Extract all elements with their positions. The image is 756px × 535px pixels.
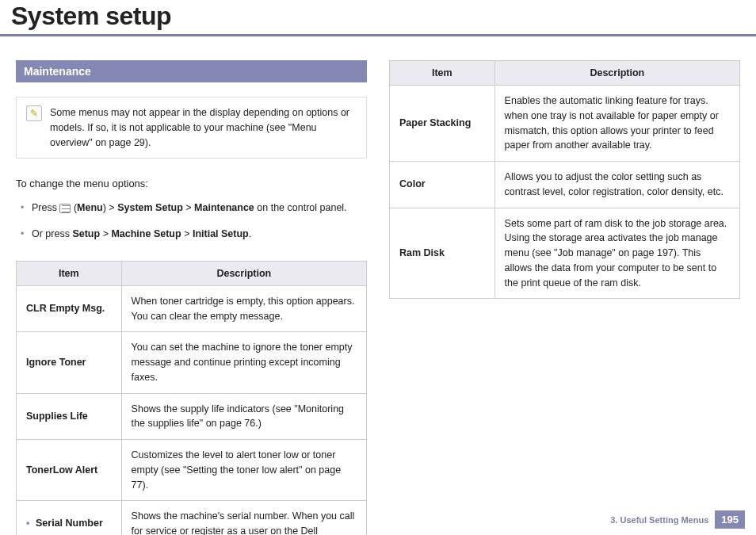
breadcrumb-initial-setup: Initial Setup [193,228,249,239]
table-row: Paper Stacking Enables the automatic lin… [390,86,740,162]
table-row: CLR Empty Msg. When toner cartridge is e… [17,285,367,332]
left-table: Item Description CLR Empty Msg. When ton… [16,261,367,535]
item-cell: TonerLow Alert [17,440,122,501]
text: Press [32,202,59,213]
table-header-description: Description [494,61,739,86]
table-row: Supplies Life Shows the supply life indi… [17,393,367,440]
page-header: System setup [0,0,756,36]
breadcrumb-setup: Setup [72,228,100,239]
table-row: Color Allows you to adjust the color set… [390,162,740,208]
item-cell: CLR Empty Msg. [17,285,122,332]
table-header-item: Item [17,261,122,285]
separator: > [184,228,189,239]
item-cell: Ram Disk [390,208,495,299]
table-header-item: Item [390,61,495,86]
note-box: ✎ Some menus may not appear in the displ… [16,97,367,159]
breadcrumb-system-setup: System Setup [117,202,183,213]
breadcrumb-machine-setup: Machine Setup [111,228,181,239]
item-cell: Ignore Toner [17,332,122,393]
intro-text: To change the menu options: [16,178,367,189]
text: on the control panel. [257,202,346,213]
menu-label: Menu [77,202,103,213]
menu-icon [59,204,71,213]
note-text: Some menus may not appear in the display… [50,105,357,150]
desc-cell: Allows you to adjust the color setting s… [494,162,739,208]
page-title: System setup [11,2,745,31]
table-row: TonerLow Alert Customizes the level to a… [17,440,367,501]
desc-cell: When toner cartridge is empty, this opti… [121,285,366,332]
text: . [249,228,251,239]
desc-cell: Sets some part of ram disk to the job st… [494,208,739,299]
instruction-item-1: Press (Menu) > System Setup > Maintenanc… [21,201,367,216]
table-row: Serial Number Serial No. Shows the machi… [17,501,367,535]
desc-cell: Shows the supply life indicators (see "M… [121,393,366,440]
instruction-item-2: Or press Setup > Machine Setup > Initial… [21,227,367,242]
breadcrumb-maintenance: Maintenance [194,202,254,213]
footer-chapter: 3. Useful Setting Menus [610,515,708,525]
separator: > [185,202,191,213]
item-cell: Paper Stacking [390,86,495,162]
separator: > [109,202,114,213]
page-footer: 3. Useful Setting Menus 195 [610,510,745,529]
section-heading-maintenance: Maintenance [16,60,367,82]
footer-page-number: 195 [715,510,745,529]
item-serial-no: Serial No. [26,532,112,535]
note-icon: ✎ [26,105,42,121]
item-serial-number: Serial Number [26,516,112,531]
table-row: Ram Disk Sets some part of ram disk to t… [390,208,740,299]
item-cell: Supplies Life [17,393,122,440]
separator: > [103,228,109,239]
text: Or press [32,228,72,239]
right-column: Item Description Paper Stacking Enables … [389,60,740,535]
left-column: Maintenance ✎ Some menus may not appear … [16,60,367,535]
item-cell: Serial Number Serial No. [17,501,122,535]
table-header-description: Description [121,261,366,285]
desc-cell: Customizes the level to alert toner low … [121,440,366,501]
right-table: Item Description Paper Stacking Enables … [389,60,740,299]
desc-cell: Shows the machine's serial number. When … [121,501,366,535]
content-columns: Maintenance ✎ Some menus may not appear … [0,36,756,535]
desc-cell: You can set the machine to ignore the to… [121,332,366,393]
item-cell: Color [390,162,495,208]
table-row: Ignore Toner You can set the machine to … [17,332,367,393]
desc-cell: Enables the automatic linking feature fo… [494,86,739,162]
instruction-list: Press (Menu) > System Setup > Maintenanc… [16,201,367,242]
